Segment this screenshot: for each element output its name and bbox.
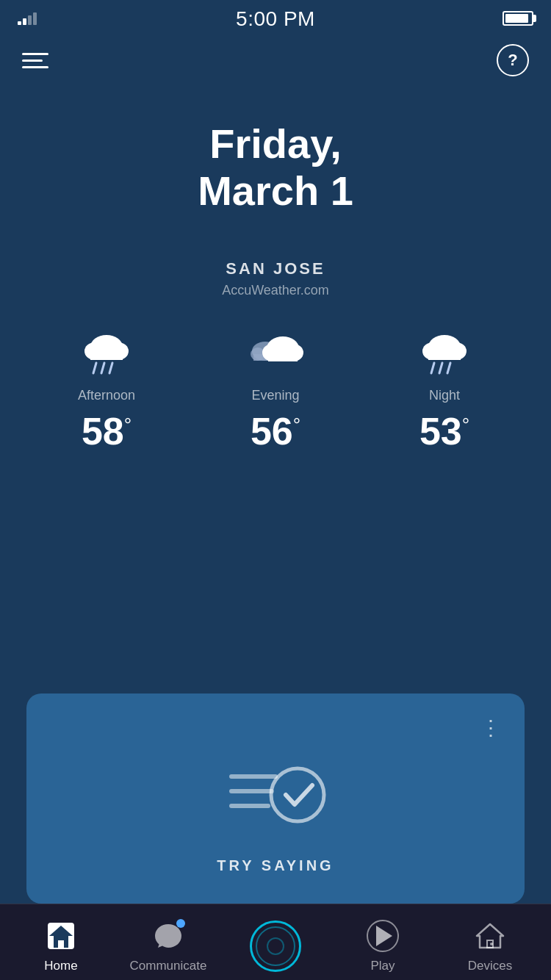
night-label: Night [429,388,460,403]
home-nav-label: Home [44,959,77,973]
svg-point-33 [490,943,493,945]
afternoon-label: Afternoon [78,388,135,403]
bottom-nav: Home Communicate Play [0,904,551,980]
location-section: SAN JOSE AccuWeather.com [0,259,551,298]
afternoon-temp: 58° [82,412,132,450]
night-temp: 53° [419,412,469,450]
weather-card-evening: Evening 56° [246,328,305,450]
devices-icon-wrap [473,919,507,953]
date-section: Friday, March 1 [0,120,551,215]
evening-temp: 56° [251,412,300,450]
signal-bar-3 [28,15,32,25]
try-saying-card: ⋮ TRY SAYING [26,693,525,904]
svg-rect-14 [268,353,298,361]
night-weather-icon [415,328,474,379]
header-bar: ? [0,37,551,84]
menu-button[interactable] [22,53,48,68]
communicate-nav-label: Communicate [130,959,207,973]
svg-line-4 [93,363,96,373]
svg-line-21 [447,363,450,373]
devices-nav-label: Devices [468,959,512,973]
nav-item-play[interactable]: Play [329,912,436,973]
signal-bars [18,12,37,25]
evening-label: Evening [251,388,299,403]
signal-indicator [18,12,37,25]
play-icon-wrap [366,919,400,953]
weather-card-night: Night 53° [415,328,474,450]
help-icon: ? [508,51,517,70]
home-icon-wrap [44,919,78,953]
svg-rect-29 [58,940,64,948]
date-line2: March 1 [0,167,551,215]
svg-line-20 [439,363,442,373]
svg-line-19 [431,363,434,373]
evening-weather-icon [246,328,305,379]
alexa-ring-button[interactable] [250,920,301,972]
play-nav-label: Play [370,959,395,973]
nav-item-alexa[interactable] [222,913,329,972]
signal-bar-4 [33,12,37,25]
svg-rect-3 [90,351,123,360]
svg-marker-31 [477,924,503,948]
hamburger-line-1 [22,53,48,55]
date-display: Friday, March 1 [0,120,551,215]
play-circle-icon [367,920,399,952]
card-menu-button[interactable]: ⋮ [480,716,503,740]
try-saying-label: TRY SAYING [217,857,334,874]
nav-item-communicate[interactable]: Communicate [115,912,222,973]
alexa-inner-circle [256,926,295,966]
nav-item-home[interactable]: Home [7,912,115,973]
svg-line-6 [109,363,112,373]
svg-point-30 [267,938,284,954]
help-button[interactable]: ? [497,44,529,76]
svg-point-25 [271,768,324,821]
svg-rect-18 [428,351,461,360]
weather-source: AccuWeather.com [0,283,551,298]
status-time: 5:00 PM [236,7,315,31]
afternoon-weather-icon [77,328,136,379]
communicate-notification-dot [176,919,185,928]
signal-bar-1 [18,21,21,25]
battery-icon [503,11,533,26]
hamburger-line-3 [22,66,48,68]
weather-row: Afternoon 58° Evening 56° [0,328,551,450]
check-icon-wrap [217,754,334,835]
communicate-icon-wrap [151,919,185,953]
hamburger-line-2 [22,60,43,62]
nav-item-devices[interactable]: Devices [436,912,544,973]
signal-bar-2 [23,18,26,25]
city-name: SAN JOSE [0,259,551,278]
status-bar: 5:00 PM [0,0,551,37]
weather-card-afternoon: Afternoon 58° [77,328,136,450]
play-triangle-icon [376,926,392,946]
svg-line-5 [101,363,104,373]
date-line1: Friday, [0,120,551,167]
battery-fill [505,14,528,23]
